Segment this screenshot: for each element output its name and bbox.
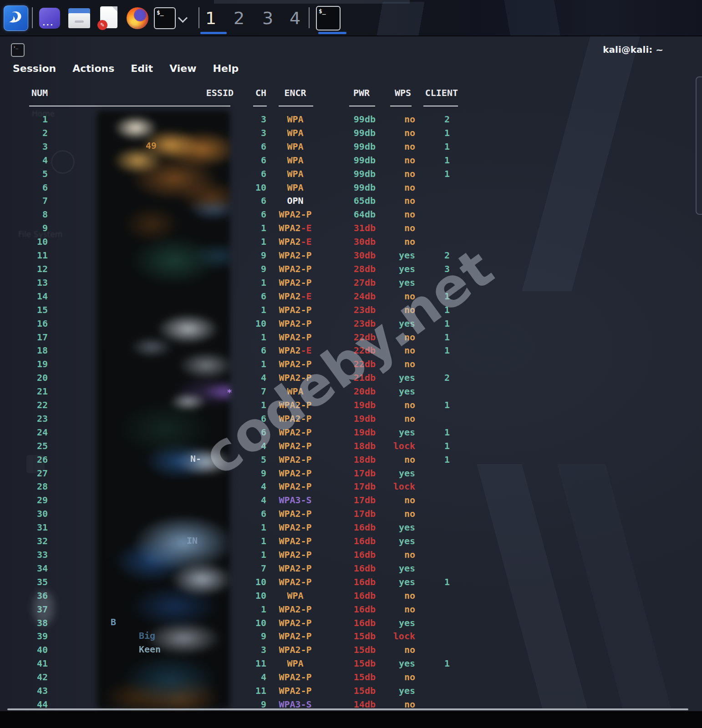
essid-fragment: IN xyxy=(187,535,198,546)
terminal-tab-icon xyxy=(11,43,25,57)
table-row: 4311WPA2-P15dbyes xyxy=(0,684,478,698)
essid-fragment: 49 xyxy=(146,140,157,151)
table-row: 3810WPA2-P16dbyes xyxy=(0,617,478,630)
essid-censor-blur xyxy=(97,111,230,709)
table-row: 186WPA2-E22dbno1 xyxy=(0,344,478,358)
menu-view[interactable]: View xyxy=(169,63,196,74)
table-row: 265WPA2-P18dbno1 xyxy=(0,453,478,467)
table-row: 56WPA99dbno1 xyxy=(0,167,478,181)
table-row: 217WPA20dbyes xyxy=(0,385,478,399)
table-row: 129WPA2-P28dbyes3 xyxy=(0,263,478,276)
table-row: 610WPA99dbno xyxy=(0,181,478,195)
folder-handle xyxy=(75,20,84,23)
open-window-underline xyxy=(318,32,346,34)
table-row: 86WPA2-P64dbno xyxy=(0,208,478,222)
header-underline xyxy=(423,106,458,106)
essid-fragment: Keen xyxy=(139,644,161,655)
essid-fragment: N- xyxy=(190,453,201,464)
table-row: 171WPA2-P22dbno1 xyxy=(0,331,478,344)
table-row: 424WPA2-P15dbno xyxy=(0,671,478,684)
workspace-2-button[interactable]: 2 xyxy=(227,6,251,30)
table-row: 204WPA2-P21dbyes2 xyxy=(0,371,478,385)
essid-fragment: B xyxy=(111,617,116,627)
essid-fragment: * xyxy=(227,387,232,398)
bottom-panel-gap xyxy=(0,711,702,728)
table-row: 321WPA2-P16dbyes xyxy=(0,535,478,548)
table-row: 146WPA2-E24dbno1 xyxy=(0,290,478,303)
window-bottom-edge xyxy=(7,708,688,710)
terminal-window-task-icon[interactable]: $_ xyxy=(316,6,341,30)
header-underline xyxy=(390,106,412,106)
wallpaper-patch xyxy=(483,0,587,35)
scrollbar-thumb[interactable] xyxy=(696,76,702,215)
table-row: 151WPA2-P23dbno1 xyxy=(0,303,478,317)
menu-session[interactable]: Session xyxy=(13,63,56,74)
pencil-badge-icon: ✎ xyxy=(97,20,107,30)
table-row: 306WPA2-P17dbno xyxy=(0,507,478,521)
kali-dragon-icon xyxy=(7,9,25,27)
menu-edit[interactable]: Edit xyxy=(131,63,153,74)
terminal-prompt-glyph: $_ xyxy=(319,8,326,15)
network-table-rows: 13WPA99dbno223WPA99dbno136WPA99dbno146WP… xyxy=(0,113,478,712)
table-row: 4111WPA15dbyes1 xyxy=(0,657,478,671)
table-row: 399WPA2-P15dblock xyxy=(0,630,478,643)
menubar: Session Actions Edit View Help xyxy=(13,63,239,74)
apps-grid-icon[interactable] xyxy=(39,8,60,29)
header-underline xyxy=(349,106,375,106)
table-row: 254WPA2-P18dblock1 xyxy=(0,440,478,453)
table-row: 311WPA2-P16dbyes xyxy=(0,521,478,535)
table-row: 246WPA2-P19dbyes1 xyxy=(0,426,478,440)
firefox-icon[interactable] xyxy=(127,7,148,29)
window-title: kali@kali: ~ xyxy=(603,44,663,55)
taskbar: ✎ $_ 1 2 3 4 $_ xyxy=(0,0,702,35)
header-underline xyxy=(253,106,267,106)
taskbar-separator xyxy=(309,7,310,28)
table-row: 91WPA2-E31dbno xyxy=(0,222,478,235)
menu-help[interactable]: Help xyxy=(213,63,239,74)
terminal-launcher-icon[interactable]: $_ xyxy=(154,7,176,29)
table-row: 191WPA2-P22dbno xyxy=(0,358,478,371)
menu-actions[interactable]: Actions xyxy=(72,63,114,74)
text-editor-icon[interactable]: ✎ xyxy=(100,6,117,28)
header-underline xyxy=(44,106,230,106)
table-row: 3610WPA16dbno xyxy=(0,589,478,603)
table-row: 76OPN65dbno xyxy=(0,194,478,208)
terminal-window: Home File System kali@kali: ~ Session Ac… xyxy=(0,36,702,728)
table-row: 331WPA2-P16dbno xyxy=(0,548,478,562)
table-header-row: NUM ESSID CH ENCR PWR WPS CLIENT xyxy=(0,87,458,101)
table-row: 101WPA2-E30dbno xyxy=(0,235,478,249)
taskbar-separator xyxy=(32,7,33,28)
table-row: 23WPA99dbno1 xyxy=(0,126,478,140)
table-row: 131WPA2-P27dbyes xyxy=(0,276,478,290)
header-pwr: PWR xyxy=(324,87,376,101)
terminal-prompt-glyph: $_ xyxy=(157,9,164,16)
table-row: 3510WPA2-P16dbyes1 xyxy=(0,576,478,589)
workspace-1-button[interactable]: 1 xyxy=(198,6,223,30)
table-row: 1610WPA2-P23dbyes1 xyxy=(0,317,478,331)
table-row: 13WPA99dbno2 xyxy=(0,113,478,126)
workspace-3-button[interactable]: 3 xyxy=(255,6,280,30)
header-underline xyxy=(279,106,313,106)
header-encr: ENCR xyxy=(266,87,324,101)
header-wps: WPS xyxy=(376,87,415,101)
workspace-label: 1 xyxy=(205,8,216,28)
workspace-label: 2 xyxy=(234,8,244,28)
wallpaper-patch xyxy=(369,2,432,35)
table-row: 36WPA99dbno1 xyxy=(0,140,478,154)
file-manager-icon[interactable] xyxy=(68,8,90,28)
workspace-label: 4 xyxy=(290,8,300,28)
header-ch: CH xyxy=(234,87,266,101)
table-row: 46WPA99dbno1 xyxy=(0,154,478,167)
workspace-4-button[interactable]: 4 xyxy=(283,6,307,30)
essid-fragment: Big xyxy=(139,630,155,641)
table-row: 294WPA3-S17dbno xyxy=(0,494,478,507)
chevron-down-icon[interactable] xyxy=(178,13,188,23)
header-client: CLIENT xyxy=(415,87,458,101)
active-workspace-underline xyxy=(200,32,227,34)
censor-blur-spot xyxy=(34,591,54,625)
kali-menu-icon[interactable] xyxy=(4,5,28,31)
table-row: 221WPA2-P19dbno1 xyxy=(0,399,478,412)
table-row: 284WPA2-P17dblock xyxy=(0,480,478,494)
workspace-label: 3 xyxy=(262,8,273,28)
table-row: 347WPA2-P16dbyes xyxy=(0,562,478,576)
